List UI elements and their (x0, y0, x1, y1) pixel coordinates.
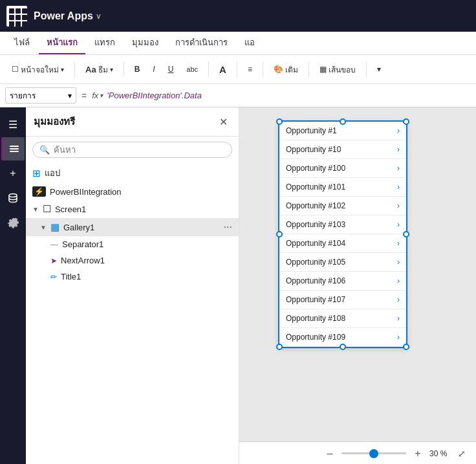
expand-chevron-screen: ▼ (32, 206, 39, 213)
gallery-row[interactable]: Opportunity #100› (279, 159, 406, 178)
gallery-row[interactable]: Opportunity #103› (279, 215, 406, 234)
gallery-row[interactable]: Opportunity #107› (279, 291, 406, 309)
fill-icon: 🎨 (274, 65, 283, 74)
more-options-icon[interactable]: ··· (224, 221, 232, 233)
underline-btn[interactable]: U (163, 62, 179, 76)
gallery-row-chevron: › (397, 239, 400, 248)
ribbon-tab-ไฟล์[interactable]: ไฟล์ (6, 32, 38, 54)
new-screen-label: หน้าจอใหม่ (21, 63, 59, 76)
handle-ml[interactable] (276, 231, 283, 238)
italic-btn[interactable]: I (147, 62, 160, 76)
gallery-row-chevron: › (397, 201, 400, 210)
abc-btn[interactable]: abc (181, 63, 203, 76)
gallery-row-chevron: › (397, 258, 400, 267)
hamburger-icon[interactable]: ☰ (1, 113, 25, 136)
tree-item-title1[interactable]: ✏ Title1 (26, 269, 239, 285)
add-icon[interactable]: + (1, 162, 25, 185)
gallery-row[interactable]: Opportunity #101› (279, 178, 406, 197)
handle-br[interactable] (403, 344, 409, 350)
fill-btn[interactable]: 🎨 เติม (268, 61, 303, 78)
bold-btn[interactable]: B (129, 62, 146, 76)
gallery-row[interactable]: Opportunity #102› (279, 197, 406, 215)
ribbon-tools: ☐ หน้าจอใหม่ ▾ Aa ธีม ▾ B I U abc A ≡ 🎨 … (0, 55, 476, 83)
formula-selector[interactable]: รายการ ▾ (5, 87, 76, 104)
ribbon-sep-1 (74, 61, 75, 77)
gallery-widget[interactable]: Opportunity #1›Opportunity #10›Opportuni… (278, 120, 407, 348)
gallery-row-chevron: › (397, 276, 400, 285)
formula-fx-btn[interactable]: fx ▾ (92, 91, 103, 100)
handle-tm[interactable] (340, 118, 346, 125)
ribbon-sep-5 (263, 61, 263, 77)
tree-search-box: 🔍 (32, 142, 232, 158)
ribbon-tab-แทรก[interactable]: แทรก (87, 32, 123, 54)
handle-mr[interactable] (403, 231, 409, 238)
tree-item-app[interactable]: ⊞ แอป (26, 163, 239, 183)
tree-item-separator1[interactable]: — Separator1 (26, 236, 239, 252)
svg-rect-2 (10, 151, 19, 152)
tree-item-gallery1[interactable]: ▼ ▦ Gallery1 ··· (26, 218, 239, 236)
new-screen-btn[interactable]: ☐ หน้าจอใหม่ ▾ (6, 61, 69, 78)
gallery-row-label: Opportunity #109 (286, 333, 345, 342)
ribbon-tab-มุมมอง[interactable]: มุมมอง (124, 32, 166, 54)
chevron-down-icon-2: ▾ (110, 66, 113, 73)
search-input[interactable] (54, 145, 225, 155)
handle-tl[interactable] (276, 118, 283, 125)
gallery-row-chevron: › (397, 295, 400, 304)
align-btn[interactable]: ≡ (243, 62, 257, 76)
layers-icon[interactable] (1, 137, 25, 160)
tree-close-button[interactable]: ✕ (215, 114, 231, 129)
gallery-row-chevron: › (397, 182, 400, 192)
settings-icon[interactable] (1, 211, 25, 234)
svg-rect-1 (10, 148, 19, 149)
fill-label: เติม (285, 63, 298, 76)
gallery-row[interactable]: Opportunity #106› (279, 272, 406, 291)
data-icon[interactable] (1, 186, 25, 210)
ribbon-tab-การดำเนินการ[interactable]: การดำเนินการ (168, 32, 235, 54)
tree-item-screen1[interactable]: ▼ ☐ Screen1 (26, 200, 239, 218)
handle-bl[interactable] (276, 344, 283, 350)
tree-item-label-arrow1: NextArrow1 (61, 256, 232, 265)
app-icon: ⊞ (32, 168, 41, 179)
fx-chevron: ▾ (100, 92, 103, 99)
gallery-row[interactable]: Opportunity #104› (279, 234, 406, 253)
tree-item-powerbi[interactable]: ⚡ PowerBIIntegration (26, 183, 239, 200)
border-btn[interactable]: ▦ เส้นขอบ (314, 61, 361, 78)
ribbon-tab-แอ[interactable]: แอ (237, 32, 263, 54)
app-title-chevron[interactable]: ∨ (96, 12, 102, 21)
gallery-row[interactable]: Opportunity #105› (279, 253, 406, 272)
ribbon-tabs: ไฟล์หน้าแรกแทรกมุมมองการดำเนินการแอ (0, 32, 476, 55)
handle-tr[interactable] (403, 118, 409, 125)
top-bar: Power Apps ∨ (0, 0, 476, 32)
formula-bar: รายการ ▾ = fx ▾ 'PowerBIIntegration'.Dat… (0, 84, 476, 107)
tree-item-nextarrow1[interactable]: ➤ NextArrow1 (26, 252, 239, 269)
zoom-slider[interactable] (341, 452, 406, 454)
waffle-icon[interactable] (6, 6, 27, 27)
ribbon-sep-4 (237, 61, 237, 77)
zoom-thumb[interactable] (369, 449, 378, 458)
gallery-row[interactable]: Opportunity #108› (279, 309, 406, 328)
tree-title: มุมมองทรี (34, 114, 75, 129)
theme-btn[interactable]: Aa ธีม ▾ (80, 61, 118, 78)
zoom-in-btn[interactable]: + (411, 447, 424, 460)
formula-input[interactable]: 'PowerBIIntegration'.Data (105, 89, 471, 102)
gallery-row-label: Opportunity #104 (286, 239, 345, 248)
handle-bm[interactable] (340, 344, 346, 350)
gallery-row[interactable]: Opportunity #10› (279, 140, 406, 159)
tree-item-label-powerbi: PowerBIIntegration (50, 187, 232, 197)
formula-selector-label: รายการ (10, 89, 36, 102)
expand-chevron-gallery: ▼ (40, 224, 47, 231)
more-btn[interactable]: ▾ (372, 62, 386, 76)
canvas-content[interactable]: Opportunity #1›Opportunity #10›Opportuni… (239, 107, 476, 441)
svg-rect-0 (10, 146, 19, 147)
gallery-row-label: Opportunity #10 (286, 145, 341, 154)
gallery-row-chevron: › (397, 145, 400, 154)
ribbon-tab-หน้าแรก[interactable]: หน้าแรก (39, 32, 85, 54)
expand-icon[interactable]: ⤢ (458, 448, 466, 459)
zoom-out-btn[interactable]: – (323, 447, 336, 460)
font-color-btn[interactable]: A (214, 61, 232, 78)
formula-eq: = (81, 91, 87, 101)
gallery-icon: ▦ (50, 221, 60, 233)
ribbon-sep-6 (308, 61, 309, 77)
powerbi-icon: ⚡ (32, 186, 46, 197)
formula-selector-chevron: ▾ (68, 91, 72, 100)
